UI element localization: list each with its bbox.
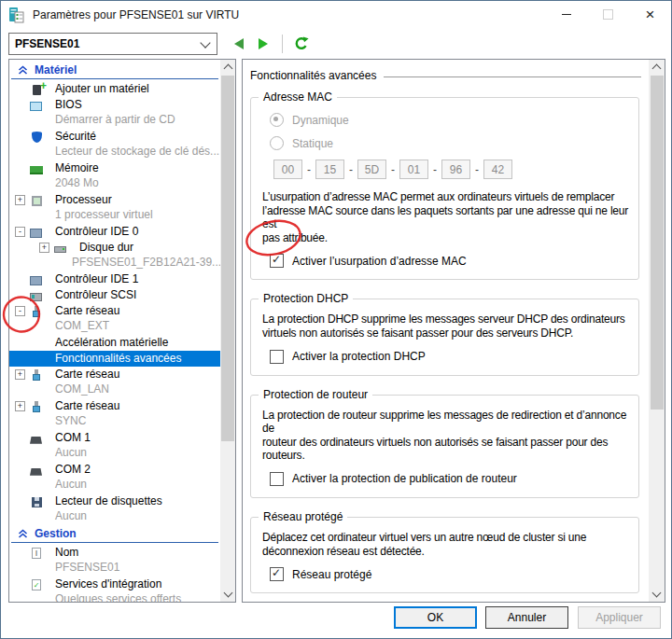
sidebar-scrollbar[interactable] bbox=[220, 60, 235, 602]
section-label: Gestion bbox=[35, 527, 77, 540]
sidebar-item-sublabel: COM_EXT bbox=[9, 319, 220, 335]
expand-icon[interactable]: + bbox=[15, 369, 25, 380]
sidebar-item-label: Ajouter un matériel bbox=[55, 82, 149, 95]
minimize-button[interactable] bbox=[545, 1, 587, 28]
sidebar-section-materiel[interactable]: Matériel bbox=[9, 62, 220, 78]
collapse-section-icon bbox=[18, 529, 28, 539]
sidebar-item-label: Accélération matérielle bbox=[55, 336, 168, 349]
sidebar-section-gestion[interactable]: Gestion bbox=[9, 525, 220, 542]
checkbox-icon bbox=[270, 350, 284, 364]
group-title: Réseau protégé bbox=[259, 510, 347, 523]
sidebar-item-controleur-ide-0[interactable]: -Contrôleur IDE 0 bbox=[9, 224, 220, 240]
sidebar-item-memoire[interactable]: Mémoire bbox=[9, 160, 220, 176]
sidebar-item-label: COM 1 bbox=[55, 431, 91, 444]
checkbox-mac-spoofing[interactable]: Activer l’usurpation d’adresse MAC bbox=[270, 254, 629, 268]
sidebar-item-label: BIOS bbox=[55, 98, 82, 111]
checkbox-activer-la-protection-de-publication-de-routeur[interactable]: Activer la protection de publication de … bbox=[270, 472, 629, 486]
section-underline bbox=[11, 542, 218, 543]
com-icon bbox=[30, 437, 42, 444]
sidebar-item-com-1[interactable]: COM 1 bbox=[9, 430, 220, 446]
checkbox-reseau-protege[interactable]: Réseau protégé bbox=[270, 567, 629, 581]
mac-separator: - bbox=[391, 163, 395, 176]
arrow-left-icon bbox=[234, 38, 244, 49]
mac-octet-input: 96 bbox=[441, 160, 470, 179]
nic-icon bbox=[30, 306, 44, 318]
refresh-button[interactable] bbox=[289, 33, 314, 55]
sidebar-item-fonctionnalites-avancees[interactable]: Fonctionnalités avancées bbox=[9, 351, 220, 367]
sidebar-item-label: Services d'intégration bbox=[55, 577, 161, 590]
scrollbar-thumb[interactable] bbox=[651, 76, 664, 410]
sidebar-item-label: Carte réseau bbox=[55, 368, 119, 381]
sidebar-item-label: Contrôleur SCSI bbox=[55, 288, 136, 301]
sidebar-item-bios[interactable]: BIOS bbox=[9, 97, 220, 113]
sidebar-item-sublabel: Démarrer à partir de CD bbox=[9, 113, 220, 129]
sidebar-item-securite[interactable]: Sécurité bbox=[9, 129, 220, 145]
sidebar-item-acceleration-materielle[interactable]: Accélération matérielle bbox=[9, 335, 220, 351]
sidebar-item-controleur-ide-1[interactable]: Contrôleur IDE 1 bbox=[9, 271, 220, 287]
sidebar-item-carte-reseau[interactable]: +Carte réseau bbox=[9, 398, 220, 414]
arrow-right-icon bbox=[259, 38, 268, 49]
ok-button[interactable]: OK bbox=[394, 606, 477, 629]
sidebar-item-sublabel: Quelques services offerts bbox=[9, 592, 220, 602]
sidebar-item-lecteur-de-disquettes[interactable]: Lecteur de disquettes bbox=[9, 493, 220, 509]
sidebar-item-carte-reseau[interactable]: +Carte réseau bbox=[9, 367, 220, 382]
checkbox-label: Activer la protection de publication de … bbox=[292, 472, 517, 485]
sidebar-item-label: Contrôleur IDE 1 bbox=[55, 272, 138, 285]
mac-octet-input: 15 bbox=[315, 160, 344, 179]
scroll-up-icon[interactable] bbox=[220, 60, 235, 75]
sidebar-item-label: Carte réseau bbox=[55, 304, 119, 317]
scrollbar-thumb[interactable] bbox=[221, 76, 234, 441]
panel-title: Fonctionnalités avancées bbox=[250, 69, 376, 82]
scroll-down-icon[interactable] bbox=[649, 587, 664, 602]
sidebar-item-sublabel: Aucun bbox=[9, 478, 220, 493]
scroll-down-icon[interactable] bbox=[220, 587, 235, 602]
services-icon bbox=[32, 579, 41, 590]
refresh-icon bbox=[293, 35, 310, 52]
group-title: Protection DHCP bbox=[259, 292, 353, 305]
sidebar-item-label: Carte réseau bbox=[55, 399, 119, 412]
sidebar-item-processeur[interactable]: +Processeur bbox=[9, 192, 220, 208]
group-title: Protection de routeur bbox=[259, 388, 372, 401]
scsi-icon bbox=[30, 293, 42, 301]
sidebar-item-disque-dur[interactable]: +Disque dur bbox=[9, 240, 220, 256]
sidebar-item-carte-reseau[interactable]: -Carte réseau bbox=[9, 303, 220, 319]
panel-scrollbar[interactable] bbox=[649, 60, 665, 602]
collapse-icon[interactable]: - bbox=[15, 227, 25, 237]
group-protection-dhcp: Protection DHCPLa protection DHCP suppri… bbox=[250, 299, 639, 375]
expand-icon[interactable]: + bbox=[15, 195, 25, 205]
window-title: Paramètres pour PFSENSE01 sur VIRTU bbox=[33, 8, 239, 21]
ide-icon bbox=[30, 229, 42, 238]
sidebar-item-services-d-integration[interactable]: Services d'intégration bbox=[9, 576, 220, 592]
section-label: Matériel bbox=[35, 63, 77, 76]
expand-icon[interactable]: + bbox=[15, 401, 25, 411]
radio-selected-icon bbox=[270, 113, 284, 127]
toolbar: PFSENSE01 bbox=[1, 29, 671, 59]
expand-icon[interactable]: + bbox=[39, 243, 49, 253]
checkbox-label: Activer l’usurpation d’adresse MAC bbox=[292, 255, 467, 268]
sidebar-item-ajouter-un-materiel[interactable]: Ajouter un matériel bbox=[9, 81, 220, 97]
navigate-back-button[interactable] bbox=[227, 33, 251, 55]
floppy-icon bbox=[32, 497, 42, 507]
sidebar-item-controleur-scsi[interactable]: Contrôleur SCSI bbox=[9, 287, 220, 303]
ide-icon bbox=[30, 276, 42, 285]
scroll-up-icon[interactable] bbox=[649, 60, 664, 75]
name-icon bbox=[32, 548, 41, 559]
toolbar-divider bbox=[282, 35, 283, 53]
mac-spoofing-description: L’usurpation d’adresse MAC permet aux or… bbox=[262, 190, 629, 244]
mac-separator: - bbox=[433, 163, 437, 176]
mac-separator: - bbox=[307, 163, 311, 176]
vm-selector-dropdown[interactable]: PFSENSE01 bbox=[8, 33, 217, 55]
sidebar-item-nom[interactable]: Nom bbox=[9, 545, 220, 561]
cancel-button[interactable]: Annuler bbox=[485, 606, 568, 629]
navigate-forward-button[interactable] bbox=[251, 33, 275, 55]
sidebar-item-label: Contrôleur IDE 0 bbox=[55, 225, 138, 238]
sidebar-item-sublabel: Aucun bbox=[9, 446, 220, 462]
checkbox-activer-la-protection-dhcp[interactable]: Activer la protection DHCP bbox=[270, 350, 629, 364]
close-button[interactable]: × bbox=[629, 1, 671, 28]
checkbox-label: Réseau protégé bbox=[292, 568, 371, 581]
collapse-icon[interactable]: - bbox=[15, 306, 25, 316]
sidebar-item-com-2[interactable]: COM 2 bbox=[9, 462, 220, 478]
checkbox-icon bbox=[270, 254, 284, 268]
cpu-icon bbox=[32, 196, 42, 206]
mac-separator: - bbox=[475, 163, 479, 176]
